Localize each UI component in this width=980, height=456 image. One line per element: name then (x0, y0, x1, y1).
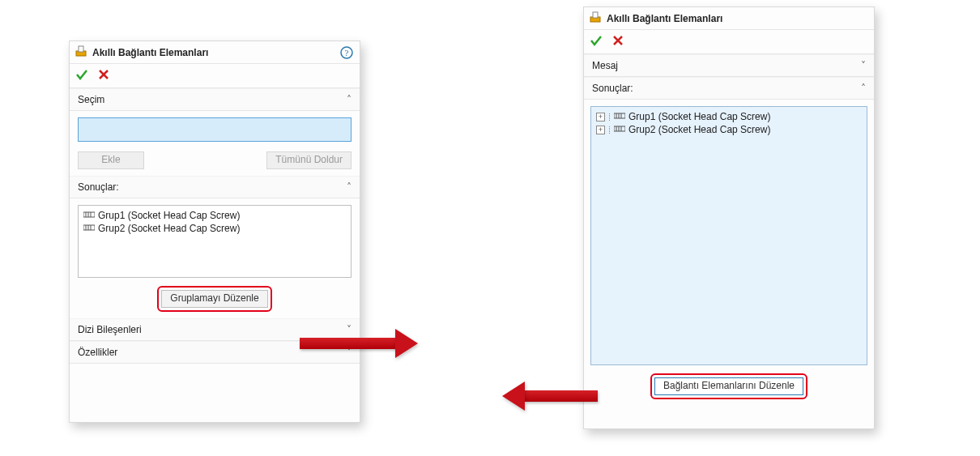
chevron-up-icon: ˄ (347, 181, 352, 193)
chevron-down-icon: ˅ (347, 324, 352, 335)
app-icon (589, 11, 602, 26)
series-icon (83, 210, 95, 221)
right-panel-title: Akıllı Bağlantı Elemanları (607, 13, 867, 24)
section-body-sonuc-left: Grup1 (Socket Head Cap Screw) Grup2 (Soc… (70, 198, 360, 318)
section-label: Sonuçlar: (592, 83, 633, 94)
svg-rect-6 (83, 212, 95, 217)
chevron-down-icon: ˅ (861, 60, 866, 71)
list-item-label: Grup1 (Socket Head Cap Screw) (98, 210, 240, 221)
right-panel-title-bar: Akıllı Bağlantı Elemanları (584, 7, 874, 30)
section-header-secim[interactable]: Seçim ˄ (70, 88, 360, 111)
right-confirm-bar (584, 30, 874, 54)
selection-input[interactable] (78, 117, 352, 142)
list-item-label: Grup2 (Socket Head Cap Screw) (98, 223, 240, 234)
fill-all-button[interactable]: Tümünü Doldur (266, 151, 352, 169)
results-tree-right[interactable]: + Grup1 (Socket Head Cap Screw) + Grup2 … (590, 106, 867, 365)
section-header-mesaj[interactable]: Mesaj ˅ (584, 54, 874, 77)
edit-grouping-button[interactable]: Gruplamayı Düzenle (161, 290, 267, 308)
expand-icon[interactable]: + (596, 126, 605, 134)
series-icon (83, 223, 95, 234)
section-body-sonuc-right: + Grup1 (Socket Head Cap Screw) + Grup2 … (584, 100, 874, 404)
help-icon[interactable]: ? (340, 46, 353, 59)
tree-item-label: Grup2 (Socket Head Cap Screw) (628, 124, 770, 135)
add-button[interactable]: Ekle (78, 151, 144, 169)
section-label: Seçim (78, 94, 104, 105)
tree-item[interactable]: + Grup1 (Socket Head Cap Screw) (594, 110, 863, 123)
section-header-sonuc-right[interactable]: Sonuçlar: ˄ (584, 77, 874, 100)
cancel-icon[interactable] (611, 34, 624, 49)
cancel-icon[interactable] (97, 68, 110, 83)
tree-item[interactable]: + Grup2 (Socket Head Cap Screw) (594, 123, 863, 136)
svg-text:?: ? (345, 48, 349, 58)
section-label: Dizi Bileşenleri (78, 324, 142, 335)
section-label: Özellikler (78, 347, 117, 358)
results-list-left[interactable]: Grup1 (Socket Head Cap Screw) Grup2 (Soc… (78, 205, 352, 278)
svg-rect-22 (614, 126, 625, 131)
chevron-up-icon: ˄ (861, 83, 866, 94)
highlight-ring-left: Gruplamayı Düzenle (157, 286, 271, 312)
expand-icon[interactable]: + (596, 113, 605, 121)
left-confirm-bar (70, 64, 360, 88)
svg-rect-10 (83, 225, 95, 230)
section-label: Mesaj (592, 60, 618, 71)
tree-item-label: Grup1 (Socket Head Cap Screw) (628, 111, 770, 122)
list-item[interactable]: Grup1 (Socket Head Cap Screw) (82, 209, 347, 222)
svg-rect-1 (79, 46, 83, 52)
left-panel-title: Akıllı Bağlantı Elemanları (92, 47, 335, 58)
section-label: Sonuçlar: (78, 181, 119, 193)
list-item[interactable]: Grup2 (Socket Head Cap Screw) (82, 222, 347, 235)
ok-icon[interactable] (75, 67, 89, 84)
series-icon (614, 111, 625, 122)
svg-rect-18 (614, 113, 625, 118)
series-icon (614, 124, 625, 135)
ok-icon[interactable] (589, 33, 603, 50)
edit-fasteners-button[interactable]: Bağlantı Elemanlarını Düzenle (654, 377, 803, 395)
highlight-ring-right: Bağlantı Elemanlarını Düzenle (650, 373, 807, 399)
svg-rect-15 (593, 12, 598, 18)
app-icon (75, 45, 87, 60)
section-body-secim: Ekle Tümünü Doldur (70, 111, 360, 176)
left-panel: Akıllı Bağlantı Elemanları ? Seçim ˄ Ekl… (69, 40, 360, 423)
section-header-sonuc-left[interactable]: Sonuçlar: ˄ (70, 176, 360, 198)
chevron-up-icon: ˄ (347, 94, 352, 105)
left-panel-title-bar: Akıllı Bağlantı Elemanları ? (70, 41, 360, 64)
right-panel: Akıllı Bağlantı Elemanları Mesaj ˅ Sonuç… (583, 6, 875, 429)
